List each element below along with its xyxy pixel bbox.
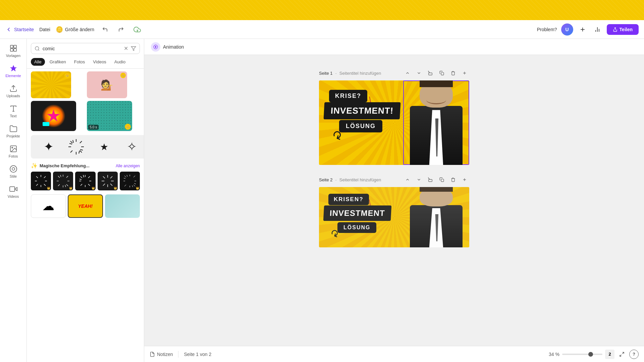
uploads-label: Uploads bbox=[6, 94, 20, 98]
sidebar-item-vorlagen[interactable]: Vorlagen bbox=[2, 42, 25, 60]
redo-button[interactable] bbox=[116, 24, 126, 35]
undo-button[interactable] bbox=[100, 24, 110, 35]
grid-item-pink-burst[interactable] bbox=[31, 101, 76, 131]
grid-item-yellow-comic[interactable]: 👑 bbox=[31, 71, 71, 98]
page2-number: Seite 2 bbox=[319, 177, 332, 182]
svg-marker-21 bbox=[131, 47, 136, 51]
grid-item-green-halftone[interactable]: 5.0 s 👑 bbox=[87, 101, 132, 131]
cloud-save-button[interactable] bbox=[132, 24, 143, 35]
projekte-icon bbox=[9, 125, 17, 133]
tab-alle[interactable]: Alle bbox=[31, 58, 45, 66]
page2-expand-up[interactable] bbox=[403, 175, 412, 184]
copy-icon2 bbox=[439, 177, 444, 182]
sidebar-item-fotos[interactable]: Fotos bbox=[2, 142, 25, 161]
zoom-slider[interactable] bbox=[562, 354, 602, 355]
page2-delete[interactable] bbox=[448, 175, 458, 184]
grid-item-woman-comic[interactable]: 💁 👑 bbox=[87, 71, 127, 98]
animation-icon-btn[interactable] bbox=[151, 42, 160, 52]
page2-add-title[interactable]: Seitentitel hinzufügen bbox=[339, 177, 381, 182]
show-all-link[interactable]: Alle anzeigen bbox=[116, 164, 140, 168]
magic-item-4[interactable]: 👑 bbox=[98, 172, 118, 190]
page1-delete[interactable] bbox=[448, 68, 458, 78]
home-button[interactable]: Startseite bbox=[5, 26, 34, 33]
animation-bar: Animation bbox=[144, 39, 644, 55]
help-button[interactable]: ? bbox=[629, 350, 639, 359]
tab-fotos[interactable]: Fotos bbox=[71, 58, 89, 66]
page1-lock[interactable] bbox=[426, 68, 435, 78]
fullscreen-icon bbox=[619, 352, 625, 357]
zoom-level[interactable]: 34 % bbox=[549, 352, 559, 357]
tab-videos[interactable]: Videos bbox=[90, 58, 110, 66]
problem-button[interactable]: Problem? bbox=[537, 27, 557, 32]
magic-item-1[interactable]: 👑 bbox=[31, 172, 51, 190]
home-label: Startseite bbox=[14, 27, 34, 32]
grid-item-cloud[interactable]: ☁ bbox=[31, 194, 66, 218]
svg-rect-85 bbox=[441, 72, 444, 75]
page1-add[interactable] bbox=[460, 68, 469, 78]
svg-marker-17 bbox=[15, 187, 17, 191]
plus-icon bbox=[579, 26, 586, 33]
investment-text-page1: INVESTMENT! bbox=[324, 102, 401, 119]
analytics-button[interactable] bbox=[592, 24, 603, 35]
file-menu[interactable]: Datei bbox=[39, 27, 50, 32]
grid-item-teal[interactable] bbox=[105, 194, 140, 218]
tab-grafiken[interactable]: Grafiken bbox=[46, 58, 69, 66]
svg-line-77 bbox=[124, 185, 126, 186]
resize-button[interactable]: 🪙 Größe ändern bbox=[56, 26, 94, 33]
chevron-up-icon bbox=[405, 71, 410, 75]
magic-item-5[interactable]: 👑 bbox=[120, 172, 140, 190]
svg-line-80 bbox=[124, 178, 125, 179]
page1-expand-up[interactable] bbox=[403, 68, 412, 78]
sidebar-item-projekte[interactable]: Projekte bbox=[2, 122, 25, 141]
sidebar-item-text[interactable]: Text bbox=[2, 102, 25, 121]
page1-canvas[interactable]: ↓ ↺ KRISE? INVESTMENT! LÖSUNG bbox=[319, 80, 469, 165]
krise-text-page2: KRISEN? bbox=[328, 194, 369, 205]
fotos-icon bbox=[9, 145, 17, 153]
sidebar-item-elemente[interactable]: Elemente bbox=[2, 62, 25, 80]
header-left: Startseite Datei 🪙 Größe ändern bbox=[5, 24, 537, 35]
svg-line-49 bbox=[58, 184, 60, 186]
top-grid: 👑 💁 👑 bbox=[31, 71, 140, 98]
header-right: Problem? U Teilen bbox=[537, 23, 639, 36]
page2-canvas[interactable]: ↓ ↺ KRISEN? INVESTMENT LÖSUNG bbox=[319, 187, 469, 247]
page2-expand-down[interactable] bbox=[414, 175, 424, 184]
tab-audio[interactable]: Audio bbox=[111, 58, 129, 66]
trash-icon2 bbox=[451, 177, 455, 182]
search-clear-button[interactable]: ✕ bbox=[124, 45, 128, 52]
zoom-thumb[interactable] bbox=[588, 352, 593, 357]
magic-item-2[interactable]: 👑 bbox=[53, 172, 73, 190]
search-input[interactable]: comic bbox=[43, 46, 121, 51]
animation-label[interactable]: Animation bbox=[163, 44, 184, 50]
svg-line-26 bbox=[70, 141, 72, 143]
sidebar-item-videos[interactable]: Videos bbox=[2, 182, 25, 201]
page-num-badge[interactable]: 2 bbox=[605, 350, 614, 359]
fullscreen-button[interactable] bbox=[617, 350, 627, 359]
grid-item-star3[interactable]: ✧ bbox=[114, 135, 144, 159]
page-indicator[interactable]: Seite 1 von 2 bbox=[184, 352, 211, 357]
notes-button[interactable]: Notizen bbox=[150, 352, 173, 357]
sidebar-item-uploads[interactable]: Uploads bbox=[2, 82, 25, 101]
page1-expand-down[interactable] bbox=[414, 68, 424, 78]
page2-copy[interactable] bbox=[437, 175, 446, 184]
chevron-up-icon2 bbox=[405, 177, 410, 182]
page2-lock[interactable] bbox=[426, 175, 435, 184]
lock-icon2 bbox=[428, 177, 433, 182]
svg-line-93 bbox=[620, 355, 622, 356]
page1-copy[interactable] bbox=[437, 68, 446, 78]
share-label: Teilen bbox=[620, 27, 633, 32]
page1-add-title[interactable]: Seitentitel hinzufügen bbox=[339, 71, 381, 76]
share-button[interactable]: Teilen bbox=[607, 24, 639, 35]
svg-line-59 bbox=[80, 184, 82, 186]
sidebar-item-stile[interactable]: Stile bbox=[2, 162, 25, 181]
page2-add[interactable] bbox=[460, 175, 469, 184]
user-avatar[interactable]: U bbox=[561, 23, 573, 36]
page2-header: Seite 2 - Seitentitel hinzufügen bbox=[319, 175, 469, 184]
filter-tabs: Alle Grafiken Fotos Videos Audio bbox=[27, 58, 144, 69]
magic-item-3[interactable]: 👑 bbox=[75, 172, 95, 190]
grid-item-yeah[interactable]: YEAH! bbox=[68, 194, 103, 218]
add-collaborator-button[interactable] bbox=[577, 24, 588, 35]
page-add-icon bbox=[462, 71, 467, 75]
filter-icon[interactable] bbox=[131, 46, 136, 51]
svg-line-60 bbox=[83, 175, 84, 177]
page1-controls bbox=[403, 68, 469, 78]
